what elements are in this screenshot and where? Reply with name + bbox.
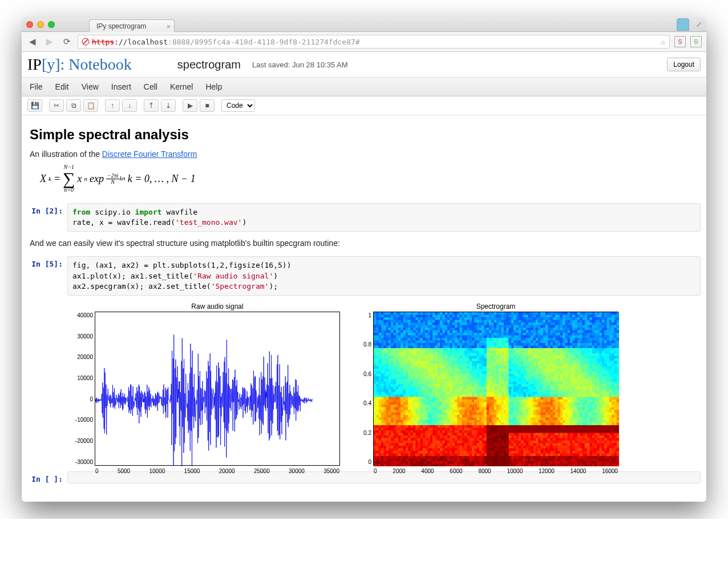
svg-rect-3009 xyxy=(391,389,394,392)
svg-rect-1349 xyxy=(489,345,492,348)
svg-rect-846 xyxy=(482,333,484,336)
url-input[interactable]: https ://localhost :8888 /8995fc4a-410d-… xyxy=(78,35,670,49)
svg-rect-559 xyxy=(513,325,516,328)
code-cell-5[interactable]: In [5]: fig, (ax1, ax2) = plt.subplots(1… xyxy=(27,256,701,296)
svg-rect-4291 xyxy=(592,420,595,423)
run-button[interactable]: ▶ xyxy=(183,99,197,112)
cut-button[interactable]: ✂ xyxy=(49,99,64,112)
svg-rect-3176 xyxy=(555,392,558,394)
svg-rect-2908 xyxy=(389,386,391,389)
fullscreen-icon[interactable]: ⤢ xyxy=(696,21,702,29)
svg-rect-738 xyxy=(462,330,465,333)
markdown-cell-1[interactable]: Simple spectral analysis An illustration… xyxy=(27,127,701,193)
run-above-button[interactable]: ⤒ xyxy=(144,99,159,112)
menu-file[interactable]: File xyxy=(30,82,43,91)
svg-rect-1103 xyxy=(376,340,379,343)
svg-rect-280 xyxy=(565,317,568,320)
extension-icon-2[interactable]: ⎘ xyxy=(690,36,702,47)
copy-button[interactable]: ⧉ xyxy=(66,99,81,112)
svg-rect-1289 xyxy=(587,343,590,346)
svg-rect-2189 xyxy=(587,366,590,369)
svg-rect-3961 xyxy=(519,412,521,415)
svg-rect-5912 xyxy=(398,463,401,466)
svg-rect-4382 xyxy=(570,422,573,425)
cert-error-icon[interactable] xyxy=(82,38,90,46)
run-below-button[interactable]: ⤓ xyxy=(161,99,176,112)
code-input[interactable]: fig, (ax1, ax2) = plt.subplots(1,2,figsi… xyxy=(67,256,701,296)
code-cell-2[interactable]: In [2]: from scipy.io import wavfile rat… xyxy=(27,203,701,232)
svg-rect-3759 xyxy=(513,407,516,410)
svg-rect-235 xyxy=(455,317,458,320)
svg-rect-4466 xyxy=(531,425,533,428)
svg-rect-1354 xyxy=(501,345,504,348)
notebook-name[interactable]: spectrogram xyxy=(177,58,241,71)
back-button[interactable]: ◀ xyxy=(26,35,39,48)
svg-rect-1608 xyxy=(389,353,391,356)
browser-tab[interactable]: IPy spectrogram × xyxy=(89,19,175,32)
close-window-button[interactable] xyxy=(26,21,33,28)
svg-rect-4621 xyxy=(420,430,423,433)
svg-rect-390 xyxy=(589,320,592,322)
svg-rect-4817 xyxy=(411,435,414,438)
svg-rect-4468 xyxy=(536,425,539,428)
cell-type-select[interactable]: Code xyxy=(221,99,255,112)
dft-link[interactable]: Discrete Fourier Transform xyxy=(102,150,197,159)
bookmark-star-icon[interactable]: ☆ xyxy=(660,37,666,47)
profile-avatar-icon[interactable] xyxy=(677,18,689,31)
reload-button[interactable]: ⟳ xyxy=(60,35,73,48)
svg-rect-3145 xyxy=(479,392,482,394)
logout-button[interactable]: Logout xyxy=(667,58,701,71)
move-up-button[interactable]: ↑ xyxy=(105,99,120,112)
svg-rect-4620 xyxy=(418,430,420,433)
menu-insert[interactable]: Insert xyxy=(111,82,131,91)
svg-rect-648 xyxy=(487,328,490,330)
menu-cell[interactable]: Cell xyxy=(144,82,157,91)
svg-rect-2342 xyxy=(472,371,475,374)
svg-rect-5588 xyxy=(585,453,588,456)
move-down-button[interactable]: ↓ xyxy=(122,99,137,112)
forward-button[interactable]: ▶ xyxy=(43,35,56,48)
svg-rect-4636 xyxy=(457,430,460,433)
svg-rect-4680 xyxy=(565,430,568,433)
paste-button[interactable]: 📋 xyxy=(83,99,98,112)
svg-rect-3477 xyxy=(558,400,561,402)
svg-rect-619 xyxy=(415,328,418,330)
minimize-window-button[interactable] xyxy=(37,21,44,28)
svg-rect-2088 xyxy=(585,364,588,366)
svg-rect-603 xyxy=(376,328,379,330)
save-button[interactable]: 💾 xyxy=(27,99,42,112)
svg-rect-5232 xyxy=(447,446,450,449)
svg-rect-4512 xyxy=(398,427,401,430)
zoom-window-button[interactable] xyxy=(48,21,55,28)
markdown-cell-2[interactable]: And we can easily view it's spectral str… xyxy=(27,239,701,248)
menu-help[interactable]: Help xyxy=(205,82,222,91)
svg-rect-2907 xyxy=(386,386,389,389)
svg-rect-3771 xyxy=(543,407,546,410)
svg-rect-414 xyxy=(403,322,406,325)
svg-rect-4477 xyxy=(558,425,561,428)
svg-rect-3230 xyxy=(442,394,445,397)
svg-rect-2896 xyxy=(604,384,607,387)
svg-rect-4805 xyxy=(381,435,384,438)
menu-view[interactable]: View xyxy=(82,82,99,91)
svg-rect-5527 xyxy=(435,453,438,456)
svg-rect-2286 xyxy=(580,369,583,372)
interrupt-button[interactable]: ■ xyxy=(200,99,215,112)
extension-icon-1[interactable]: S xyxy=(674,36,686,47)
svg-rect-4216 xyxy=(408,420,411,423)
svg-rect-5172 xyxy=(545,443,548,446)
svg-rect-67 xyxy=(533,312,536,315)
code-input[interactable]: from scipy.io import wavfile rate, x = w… xyxy=(67,203,701,232)
svg-rect-4839 xyxy=(464,435,467,438)
tab-close-icon[interactable]: × xyxy=(167,23,171,31)
svg-rect-1304 xyxy=(379,345,382,348)
svg-rect-3165 xyxy=(528,392,531,394)
svg-rect-313 xyxy=(401,320,403,322)
menu-edit[interactable]: Edit xyxy=(55,82,69,91)
svg-rect-763 xyxy=(523,330,526,333)
svg-rect-1970 xyxy=(540,361,543,364)
menu-kernel[interactable]: Kernel xyxy=(170,82,193,91)
svg-rect-617 xyxy=(411,328,414,330)
svg-rect-6000 xyxy=(614,463,617,466)
svg-rect-4185 xyxy=(577,417,580,420)
